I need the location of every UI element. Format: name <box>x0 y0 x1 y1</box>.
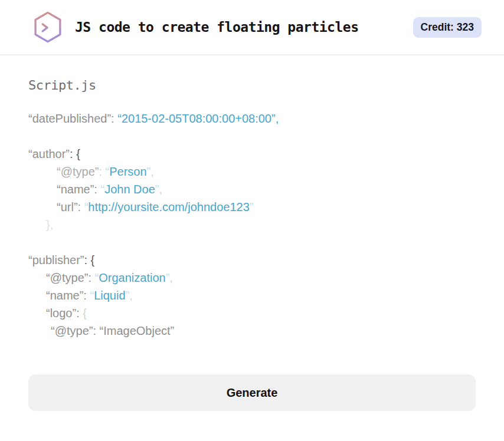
code-filename: Script.js <box>28 78 476 93</box>
code-block: “datePublished”: “2015-02-05T08:00:00+08… <box>28 110 476 340</box>
code-token: : <box>88 271 94 284</box>
code-token: “url” <box>57 200 78 213</box>
code-token: , <box>169 271 173 284</box>
code-line: “@type”: “Person”, <box>28 163 476 180</box>
code-line: “@type”: “Organization”, <box>28 269 476 287</box>
code-token: Person <box>109 165 146 178</box>
code-token: Liquid <box>94 289 125 302</box>
code-line: }, <box>28 216 476 233</box>
code-line: “@type”: “ImageObject” <box>28 322 476 340</box>
code-token: Organization <box>99 271 165 284</box>
code-token: : <box>83 289 90 302</box>
code-token: “publisher” <box>28 254 84 266</box>
code-token: “logo” <box>46 307 76 320</box>
code-token: “2015-02-05T08:00:00+08:00”, <box>117 112 279 125</box>
code-token: : <box>111 112 117 125</box>
generate-button[interactable]: Generate <box>28 374 476 411</box>
code-token: : { <box>84 254 94 266</box>
terminal-prompt-hexagon-icon <box>32 10 63 44</box>
code-token: ” <box>250 200 254 213</box>
code-line: “name”: “John Doe”, <box>28 180 476 198</box>
code-token: , <box>129 289 133 302</box>
code-token: “datePublished” <box>28 112 111 125</box>
code-token: : <box>76 307 83 320</box>
code-line: “name”: “Liquid”, <box>28 287 476 304</box>
code-token: “name” <box>57 183 94 196</box>
code-token: “@type”: “ImageObject” <box>51 324 174 337</box>
code-token: : <box>78 200 84 213</box>
main-content: Script.js “datePublished”: “2015-02-05T0… <box>0 78 504 340</box>
code-token: “@type” <box>57 165 99 178</box>
footer: Generate <box>0 374 504 411</box>
code-token: John Doe <box>104 183 155 196</box>
code-token: }, <box>46 218 53 231</box>
code-token: , <box>159 183 162 196</box>
code-token: { <box>83 307 87 320</box>
code-token: : <box>99 165 105 178</box>
code-token: : <box>94 183 100 196</box>
code-line: “author”: { <box>28 145 476 163</box>
code-token: “author” <box>28 147 70 160</box>
code-line: “logo”: { <box>28 304 476 322</box>
code-line: “publisher”: { <box>28 251 476 269</box>
page-title: JS code to create floating particles <box>75 19 359 35</box>
code-line <box>28 233 476 251</box>
code-token: , <box>150 165 154 178</box>
code-token: : { <box>70 147 80 160</box>
code-token: “@type” <box>46 271 88 284</box>
credit-badge: Credit: 323 <box>413 17 482 38</box>
code-line <box>28 127 476 145</box>
code-token: http://yoursite.com/johndoe123 <box>88 200 250 213</box>
code-token: “name” <box>46 289 83 302</box>
app-header: JS code to create floating particles Cre… <box>0 0 504 55</box>
code-line: “datePublished”: “2015-02-05T08:00:00+08… <box>28 110 476 127</box>
code-line: “url”: “http://yoursite.com/johndoe123” <box>28 198 476 216</box>
